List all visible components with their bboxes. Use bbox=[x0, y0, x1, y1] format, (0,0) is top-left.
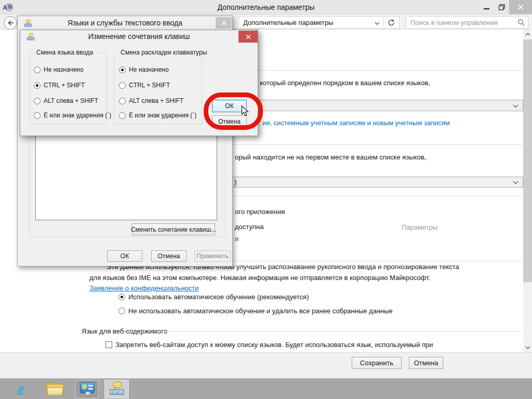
radio-icon bbox=[34, 112, 41, 119]
block-websites-checkbox[interactable]: Запретить веб-сайтам доступ к моему спис… bbox=[105, 341, 433, 349]
taskbar: e bbox=[0, 378, 532, 399]
web-content-section-title: Язык для веб-содержимого bbox=[82, 327, 167, 335]
chevron-down-icon bbox=[513, 102, 518, 110]
override-language-dropdown[interactable] bbox=[244, 100, 523, 111]
taskbar-control-panel-button[interactable] bbox=[75, 380, 99, 398]
close-icon bbox=[518, 4, 524, 10]
refresh-button[interactable] bbox=[384, 16, 399, 29]
close-button[interactable] bbox=[509, 0, 532, 14]
screen: A Дополнительные параметры Дополнительны… bbox=[0, 0, 532, 399]
radio-icon bbox=[34, 98, 41, 104]
chevron-down-icon bbox=[513, 178, 518, 186]
restore-button[interactable] bbox=[494, 0, 509, 14]
radio-no-auto-learning[interactable]: Не использовать автоматическое обучение … bbox=[118, 307, 393, 315]
scrollbar-thumb[interactable] bbox=[523, 39, 532, 282]
taskbar-text-services-button[interactable] bbox=[104, 380, 129, 398]
page-text-input-method: орый находится не на первом месте в ваше… bbox=[235, 153, 426, 161]
group-legend: Смена раскладки клавиатуры bbox=[118, 49, 209, 56]
back-icon bbox=[6, 19, 15, 27]
checkbox-label: Запретить веб-сайтам доступ к моему спис… bbox=[115, 341, 433, 349]
change-key-sequence-button[interactable]: Сменить сочетание клавиш... bbox=[132, 223, 215, 235]
checkbox-icon bbox=[105, 341, 112, 348]
cancel-button[interactable]: Отмена bbox=[409, 357, 443, 369]
radio-lang-grave[interactable]: Ё или знак ударения (`) bbox=[34, 111, 111, 119]
page-text-available-fragment: доступна bbox=[235, 223, 263, 231]
highlight-ring-annotation bbox=[204, 92, 263, 130]
page-link-fragment[interactable]: и bbox=[235, 235, 238, 243]
restore-icon bbox=[499, 4, 505, 10]
dialog-title[interactable]: Изменение сочетания клавиш bbox=[20, 30, 258, 43]
radio-lang-ctrl-shift[interactable]: CTRL + SHIFT bbox=[34, 81, 85, 89]
address-text: Дополнительные параметры bbox=[239, 19, 371, 26]
close-icon bbox=[221, 20, 227, 25]
minimize-button[interactable] bbox=[479, 0, 494, 14]
radio-icon bbox=[119, 112, 126, 119]
radio-icon bbox=[118, 294, 125, 300]
minimize-icon bbox=[484, 4, 489, 10]
back-button[interactable] bbox=[4, 16, 17, 30]
radio-label: Не использовать автоматическое обучение … bbox=[128, 307, 393, 315]
radio-lang-alt-shift[interactable]: ALT слева + SHIFT bbox=[34, 97, 98, 105]
scroll-down-icon[interactable] bbox=[523, 343, 532, 352]
input-method-dropdown[interactable]: ) bbox=[223, 177, 523, 188]
options-link-disabled: Параметры bbox=[402, 223, 437, 231]
close-button[interactable] bbox=[238, 31, 258, 43]
radio-layout-alt-shift[interactable]: ALT слева + SHIFT bbox=[119, 97, 183, 105]
control-panel-icon bbox=[79, 382, 95, 396]
close-icon bbox=[246, 34, 251, 39]
taskbar-ie-button[interactable]: e bbox=[7, 380, 34, 398]
keyboard-app-icon bbox=[109, 381, 125, 397]
group-legend: Смена языка ввода bbox=[34, 49, 95, 56]
taskbar-explorer-button[interactable] bbox=[43, 380, 68, 398]
window-title: Дополнительные параметры bbox=[0, 0, 532, 15]
radio-icon bbox=[34, 82, 41, 89]
close-button[interactable] bbox=[216, 17, 232, 29]
ie-icon: e bbox=[17, 381, 24, 397]
radio-icon bbox=[118, 308, 125, 314]
apply-button: Применить bbox=[194, 250, 231, 262]
scroll-up-icon[interactable] bbox=[523, 30, 532, 39]
apply-to-accounts-link[interactable]: ия, системным учетным записям и новым уч… bbox=[262, 119, 450, 127]
scrollbar[interactable] bbox=[523, 30, 532, 352]
page-text-app-fragment: ого приложения bbox=[235, 208, 285, 216]
keyboard-app-icon bbox=[26, 33, 35, 41]
radio-layout-grave[interactable]: Ё или знак ударения (`) bbox=[119, 111, 196, 119]
search-bar[interactable] bbox=[406, 16, 528, 29]
handwriting-info-line2: для языков без IME на этом компьютере. Н… bbox=[89, 274, 430, 282]
radio-icon bbox=[119, 82, 126, 89]
folder-icon bbox=[46, 382, 64, 396]
ok-button[interactable]: ОК bbox=[107, 250, 142, 262]
radio-icon bbox=[34, 66, 41, 73]
privacy-statement-link[interactable]: Заявление о конфиденциальности bbox=[89, 284, 198, 292]
keyboard-app-icon bbox=[24, 19, 32, 27]
address-bar[interactable]: Дополнительные параметры bbox=[238, 16, 400, 29]
footer-bar bbox=[0, 352, 532, 378]
radio-icon bbox=[119, 66, 126, 73]
radio-layout-ctrl-shift[interactable]: CTRL + SHIFT bbox=[119, 81, 170, 89]
separator bbox=[156, 331, 522, 332]
refresh-icon bbox=[388, 19, 395, 26]
cancel-button[interactable]: Отмена bbox=[151, 250, 187, 262]
search-input[interactable] bbox=[406, 18, 514, 27]
search-icon[interactable] bbox=[514, 19, 528, 26]
radio-icon bbox=[119, 98, 126, 104]
save-button[interactable]: Сохранить bbox=[352, 357, 402, 369]
radio-label: Использовать автоматическое обучение (ре… bbox=[128, 293, 309, 301]
radio-layout-not-assigned[interactable]: Не назначено bbox=[119, 65, 169, 74]
cursor-icon bbox=[241, 105, 249, 119]
dialog-title[interactable]: Языки и службы текстового ввода bbox=[18, 16, 232, 30]
radio-use-auto-learning[interactable]: Использовать автоматическое обучение (ре… bbox=[118, 293, 309, 301]
radio-lang-not-assigned[interactable]: Не назначено bbox=[34, 65, 84, 74]
dropdown-value-fragment: ) bbox=[234, 178, 236, 186]
page-text-language-order: который определен порядком в вашем списк… bbox=[260, 79, 430, 87]
window-titlebar[interactable]: A Дополнительные параметры bbox=[0, 0, 532, 15]
chevron-down-icon[interactable] bbox=[371, 18, 383, 27]
installed-services-list[interactable] bbox=[35, 130, 217, 220]
